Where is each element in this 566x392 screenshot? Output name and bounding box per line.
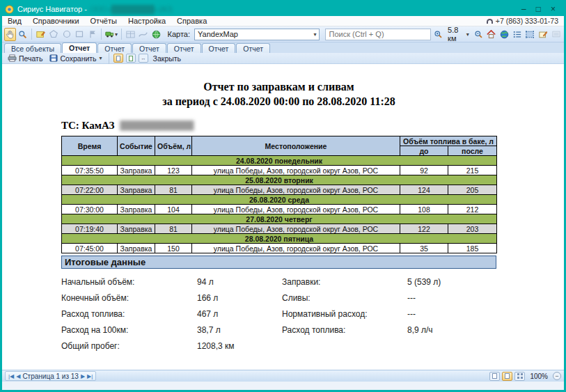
- map-pencil-icon: [36, 30, 45, 39]
- map-select-value: YandexMap: [198, 30, 238, 38]
- menu-reports[interactable]: Отчёты: [85, 17, 123, 25]
- circle-tool-button[interactable]: [61, 28, 72, 41]
- circle-icon: [63, 30, 71, 38]
- printer-icon: [8, 54, 17, 62]
- tab-all-objects[interactable]: Все объекты: [4, 43, 61, 53]
- day-header-row: 25.08.2020 вторник: [62, 175, 497, 185]
- notes-button[interactable]: [537, 28, 549, 41]
- map-select[interactable]: YandexMap ▾: [194, 29, 320, 40]
- prev-page-button[interactable]: ◀: [16, 373, 20, 379]
- summary-value: 467 л: [197, 309, 282, 319]
- toolbar-separator: [101, 29, 102, 40]
- home-button[interactable]: [485, 28, 497, 41]
- selection-frame-icon: [526, 31, 534, 38]
- image-icon: [552, 31, 560, 38]
- page-icon: [116, 56, 120, 61]
- rectangle-tool-button[interactable]: [74, 28, 86, 41]
- summary-value: 1208,3 км: [197, 341, 282, 351]
- fit-page-button[interactable]: ↔: [139, 54, 148, 63]
- close-button[interactable]: ×: [551, 5, 556, 13]
- track-table-button[interactable]: [125, 28, 136, 41]
- geozones-button[interactable]: [150, 28, 162, 41]
- table-row[interactable]: 07:35:50Заправка123улица Победы, Азов, г…: [62, 166, 497, 175]
- table-header-row: Время Событие Объём, л Местоположение Об…: [62, 136, 497, 146]
- tab-report-active[interactable]: Отчет: [62, 42, 97, 53]
- close-report-button[interactable]: Закрыть: [151, 54, 183, 63]
- window-title: Сириус Навигатор -: [17, 5, 87, 13]
- table-row[interactable]: 07:45:00Заправка150улица Победы, Азов, г…: [62, 244, 497, 253]
- world-map-button[interactable]: [498, 28, 510, 41]
- flag-tool-button[interactable]: [86, 28, 98, 41]
- home-icon: [487, 30, 496, 39]
- menu-help[interactable]: Справка: [171, 17, 212, 25]
- tab-report-2[interactable]: Отчет: [97, 43, 132, 53]
- report-title: Отчет по заправкам и сливам за период с …: [61, 79, 496, 109]
- rectangle-icon: [75, 30, 84, 38]
- menu-view[interactable]: Вид: [2, 17, 27, 25]
- scale-value: 5.8 км: [448, 26, 464, 42]
- zoom-tool-button[interactable]: [17, 28, 29, 41]
- vehicle-button[interactable]: ▾: [104, 28, 118, 41]
- tab-report-3[interactable]: Отчет: [132, 43, 166, 53]
- table-row[interactable]: 07:19:40Заправка81улица Победы, Азов, го…: [62, 224, 497, 234]
- polygon-tool-button[interactable]: [48, 28, 60, 41]
- close-label: Закрыть: [153, 54, 181, 63]
- summary-label: Расход на 100км:: [61, 325, 197, 335]
- summary-value: 38,7 л: [197, 325, 282, 335]
- snapshot-button[interactable]: [550, 28, 562, 41]
- layout-fit-button[interactable]: [502, 372, 512, 381]
- polygon-icon: [49, 30, 58, 38]
- day-header-row: 28.08.2020 пятница: [62, 234, 497, 244]
- edit-map-button[interactable]: [35, 28, 47, 41]
- selection-area-button[interactable]: [524, 28, 536, 41]
- next-page-button[interactable]: ▶: [81, 373, 85, 379]
- search-input[interactable]: [325, 29, 431, 40]
- fuel-events-table: Время Событие Объём, л Местоположение Об…: [61, 136, 497, 253]
- tab-report-5[interactable]: Отчет: [202, 43, 236, 53]
- print-button[interactable]: Печать: [6, 54, 45, 63]
- tab-report-4[interactable]: Отчет: [167, 43, 201, 53]
- support-phone: +7 (863) 333-01-73: [496, 17, 558, 25]
- view-continuous-button[interactable]: [126, 54, 136, 63]
- list-icon: [513, 31, 521, 38]
- vehicle-label: ТС: КамАЗ: [61, 120, 114, 132]
- pan-tool-button[interactable]: [4, 28, 16, 41]
- legend-button[interactable]: [512, 28, 524, 41]
- summary-empty: [407, 341, 496, 351]
- page-green-icon: [129, 56, 133, 61]
- page-icon: [505, 373, 510, 379]
- summary-label: Сливы:: [282, 293, 407, 303]
- truck-icon: [105, 30, 114, 38]
- menu-directories[interactable]: Справочники: [27, 17, 85, 25]
- report-view: Отчет по заправкам и сливам за период с …: [2, 64, 564, 370]
- layout-single-button[interactable]: [489, 372, 500, 381]
- minimize-button[interactable]: –: [521, 5, 526, 13]
- col-header-volume: Объём, л: [155, 136, 192, 156]
- view-single-page-button[interactable]: [113, 54, 123, 63]
- layout-multi-button[interactable]: [514, 372, 525, 381]
- route-button[interactable]: [137, 28, 149, 41]
- first-page-button[interactable]: |◀: [8, 373, 14, 379]
- chevron-down-icon: ▾: [466, 31, 469, 38]
- menu-settings[interactable]: Настройка: [123, 17, 171, 25]
- maximize-button[interactable]: □: [536, 5, 541, 13]
- last-page-button[interactable]: ▶|: [87, 373, 93, 379]
- main-toolbar: ▾ Карта: YandexMap ▾ 5.8 км ▾: [2, 26, 564, 42]
- save-button[interactable]: Сохранить ▾: [47, 54, 104, 63]
- table-row[interactable]: 07:30:00Заправка104улица Победы, Азов, г…: [62, 205, 497, 214]
- zoom-out-button[interactable]: −: [553, 372, 561, 380]
- summary-value: 8,9 л/ч: [407, 325, 496, 335]
- zoom-out-button[interactable]: [473, 28, 485, 41]
- menubar: Вид Справочники Отчёты Настройка Справка…: [2, 16, 564, 26]
- window-bottom-frame: [2, 382, 564, 390]
- scale-select[interactable]: 5.8 км ▾: [446, 26, 471, 42]
- page-icon: [492, 373, 497, 379]
- tab-report-6[interactable]: Отчет: [236, 43, 270, 53]
- table-row[interactable]: 07:22:00Заправка81улица Победы, Азов, го…: [62, 185, 497, 195]
- zoom-in-button[interactable]: [432, 28, 444, 41]
- chevron-down-icon: ▾: [115, 31, 118, 38]
- zoom-level: 100%: [530, 373, 548, 380]
- app-logo-icon: [5, 5, 14, 14]
- magnifier-icon: [18, 30, 27, 39]
- summary-label: Расход топлива:: [61, 309, 197, 319]
